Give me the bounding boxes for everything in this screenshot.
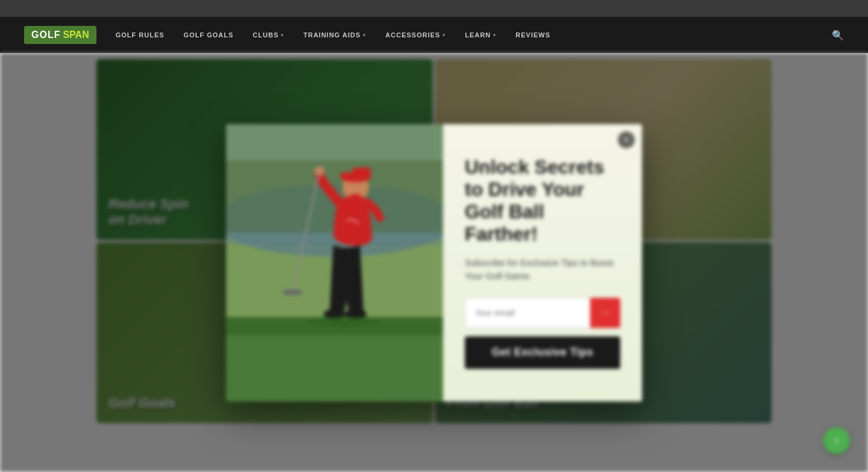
- nav-reviews[interactable]: REVIEWS: [515, 31, 550, 39]
- email-send-icon-button[interactable]: ···: [590, 298, 620, 328]
- get-exclusive-tips-button[interactable]: Get Exclusive Tips: [465, 336, 620, 369]
- dots-icon: ···: [600, 306, 609, 319]
- nav-golf-goals[interactable]: GOLF GOALS: [184, 31, 234, 39]
- modal-title: Unlock Secrets to Drive Your Golf Ball F…: [465, 156, 620, 245]
- chevron-down-icon: ▾: [363, 33, 366, 38]
- scroll-up-button[interactable]: ↑: [823, 427, 850, 454]
- modal-close-button[interactable]: ×: [618, 131, 635, 148]
- svg-rect-12: [283, 290, 301, 295]
- site-logo[interactable]: GOLF SPAN: [24, 26, 96, 44]
- logo-text1: GOLF: [31, 30, 60, 40]
- nav-golf-rules[interactable]: GOLF RULES: [116, 31, 165, 39]
- nav-training-aids[interactable]: TRAINING AIDS ▾: [303, 31, 366, 39]
- main-content: Reduce Spinon Driver Golf Goals From Gol…: [0, 53, 868, 472]
- svg-rect-5: [226, 335, 443, 401]
- modal-subtitle: Subscribe for Exclusive Tips to Boost Yo…: [465, 256, 620, 283]
- modal-form-panel: Unlock Secrets to Drive Your Golf Ball F…: [443, 124, 642, 401]
- svg-rect-9: [353, 168, 371, 176]
- search-icon[interactable]: 🔍: [832, 30, 844, 41]
- top-bar: [0, 0, 868, 17]
- logo-text2: SPAN: [63, 30, 89, 40]
- nav-learn[interactable]: LEARN ▾: [465, 31, 496, 39]
- modal-overlay[interactable]: ×: [0, 53, 868, 472]
- email-input-row: ···: [465, 298, 620, 328]
- modal-golfer-image: [226, 124, 443, 401]
- subscription-modal: ×: [226, 124, 642, 401]
- chevron-down-icon: ▾: [281, 33, 284, 38]
- email-input[interactable]: [465, 298, 590, 328]
- navigation: GOLF SPAN GOLF RULES GOLF GOALS CLUBS ▾ …: [0, 17, 868, 53]
- svg-point-15: [307, 316, 380, 328]
- arrow-up-icon: ↑: [834, 434, 840, 448]
- nav-clubs[interactable]: CLUBS ▾: [253, 31, 284, 39]
- chevron-down-icon: ▾: [442, 33, 445, 38]
- nav-accessories[interactable]: ACCESSORIES ▾: [385, 31, 445, 39]
- chevron-down-icon: ▾: [493, 33, 496, 38]
